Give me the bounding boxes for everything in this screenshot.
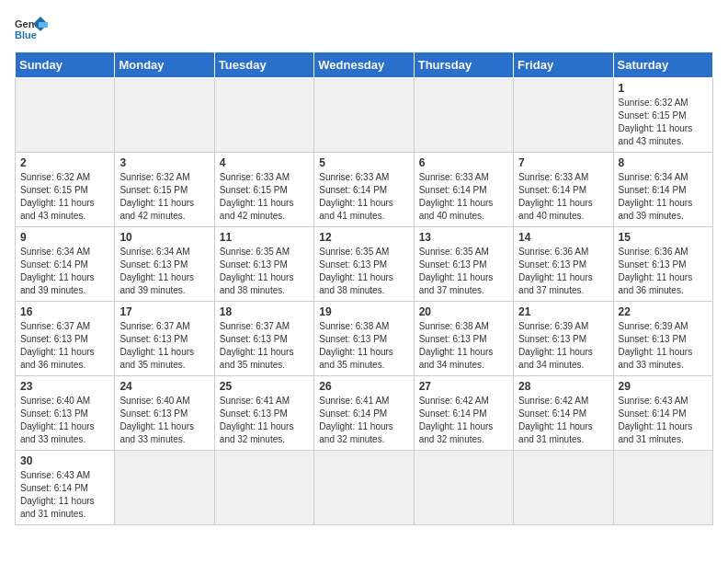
day-number: 23 xyxy=(20,380,109,393)
day-info: Sunrise: 6:34 AM Sunset: 6:14 PM Dayligh… xyxy=(20,246,109,297)
day-number: 15 xyxy=(619,231,708,244)
calendar-cell xyxy=(314,78,414,153)
day-number: 14 xyxy=(518,231,608,244)
day-info: Sunrise: 6:32 AM Sunset: 6:15 PM Dayligh… xyxy=(119,171,209,223)
day-info: Sunrise: 6:42 AM Sunset: 6:14 PM Dayligh… xyxy=(518,395,608,446)
col-header-wednesday: Wednesday xyxy=(314,52,414,78)
col-header-friday: Friday xyxy=(514,52,613,78)
calendar-cell: 30Sunrise: 6:43 AM Sunset: 6:14 PM Dayli… xyxy=(16,451,115,525)
day-number: 25 xyxy=(220,380,309,393)
col-header-tuesday: Tuesday xyxy=(214,52,313,78)
day-number: 17 xyxy=(119,305,209,318)
day-info: Sunrise: 6:33 AM Sunset: 6:14 PM Dayligh… xyxy=(518,171,608,223)
calendar-cell xyxy=(414,78,513,153)
day-number: 21 xyxy=(518,305,608,318)
day-info: Sunrise: 6:40 AM Sunset: 6:13 PM Dayligh… xyxy=(119,395,209,446)
day-info: Sunrise: 6:42 AM Sunset: 6:14 PM Dayligh… xyxy=(419,395,508,446)
day-number: 18 xyxy=(220,305,309,318)
day-info: Sunrise: 6:38 AM Sunset: 6:13 PM Dayligh… xyxy=(419,320,508,372)
calendar-cell: 8Sunrise: 6:34 AM Sunset: 6:14 PM Daylig… xyxy=(613,153,712,227)
day-info: Sunrise: 6:35 AM Sunset: 6:13 PM Dayligh… xyxy=(220,246,309,297)
calendar-cell: 23Sunrise: 6:40 AM Sunset: 6:13 PM Dayli… xyxy=(16,376,115,451)
calendar-cell: 11Sunrise: 6:35 AM Sunset: 6:13 PM Dayli… xyxy=(214,227,313,302)
day-number: 22 xyxy=(619,305,708,318)
day-info: Sunrise: 6:43 AM Sunset: 6:14 PM Dayligh… xyxy=(20,469,109,521)
day-info: Sunrise: 6:37 AM Sunset: 6:13 PM Dayligh… xyxy=(220,320,309,372)
calendar-cell: 7Sunrise: 6:33 AM Sunset: 6:14 PM Daylig… xyxy=(514,153,613,227)
day-info: Sunrise: 6:36 AM Sunset: 6:13 PM Dayligh… xyxy=(619,246,708,297)
calendar-cell: 27Sunrise: 6:42 AM Sunset: 6:14 PM Dayli… xyxy=(414,376,513,451)
day-info: Sunrise: 6:32 AM Sunset: 6:15 PM Dayligh… xyxy=(20,171,109,223)
page-header: General Blue xyxy=(15,15,713,42)
calendar-cell: 21Sunrise: 6:39 AM Sunset: 6:13 PM Dayli… xyxy=(514,302,613,376)
col-header-sunday: Sunday xyxy=(16,52,115,78)
col-header-thursday: Thursday xyxy=(414,52,513,78)
day-info: Sunrise: 6:40 AM Sunset: 6:13 PM Dayligh… xyxy=(20,395,109,446)
calendar-cell: 5Sunrise: 6:33 AM Sunset: 6:14 PM Daylig… xyxy=(314,153,414,227)
day-number: 13 xyxy=(419,231,508,244)
calendar-cell: 18Sunrise: 6:37 AM Sunset: 6:13 PM Dayli… xyxy=(214,302,313,376)
day-info: Sunrise: 6:37 AM Sunset: 6:13 PM Dayligh… xyxy=(20,320,109,372)
calendar-cell: 2Sunrise: 6:32 AM Sunset: 6:15 PM Daylig… xyxy=(16,153,115,227)
day-number: 9 xyxy=(20,231,109,244)
day-number: 12 xyxy=(319,231,408,244)
calendar-cell xyxy=(115,451,214,525)
calendar-cell: 25Sunrise: 6:41 AM Sunset: 6:13 PM Dayli… xyxy=(214,376,313,451)
calendar-cell xyxy=(214,78,313,153)
calendar-cell: 6Sunrise: 6:33 AM Sunset: 6:14 PM Daylig… xyxy=(414,153,513,227)
calendar-cell: 1Sunrise: 6:32 AM Sunset: 6:15 PM Daylig… xyxy=(613,78,712,153)
day-info: Sunrise: 6:33 AM Sunset: 6:15 PM Dayligh… xyxy=(220,171,309,223)
calendar-cell: 12Sunrise: 6:35 AM Sunset: 6:13 PM Dayli… xyxy=(314,227,414,302)
calendar-cell xyxy=(514,78,613,153)
day-info: Sunrise: 6:35 AM Sunset: 6:13 PM Dayligh… xyxy=(319,246,408,297)
day-number: 26 xyxy=(319,380,408,393)
calendar-cell: 28Sunrise: 6:42 AM Sunset: 6:14 PM Dayli… xyxy=(514,376,613,451)
day-info: Sunrise: 6:41 AM Sunset: 6:14 PM Dayligh… xyxy=(319,395,408,446)
day-info: Sunrise: 6:32 AM Sunset: 6:15 PM Dayligh… xyxy=(619,97,708,148)
day-info: Sunrise: 6:33 AM Sunset: 6:14 PM Dayligh… xyxy=(319,171,408,223)
col-header-monday: Monday xyxy=(115,52,214,78)
day-number: 8 xyxy=(619,156,708,169)
day-number: 16 xyxy=(20,305,109,318)
day-number: 24 xyxy=(119,380,209,393)
logo-icon: General Blue xyxy=(15,15,48,42)
calendar-cell: 26Sunrise: 6:41 AM Sunset: 6:14 PM Dayli… xyxy=(314,376,414,451)
calendar-cell xyxy=(115,78,214,153)
calendar-cell: 10Sunrise: 6:34 AM Sunset: 6:13 PM Dayli… xyxy=(115,227,214,302)
day-number: 28 xyxy=(518,380,608,393)
calendar-cell: 13Sunrise: 6:35 AM Sunset: 6:13 PM Dayli… xyxy=(414,227,513,302)
calendar-cell: 17Sunrise: 6:37 AM Sunset: 6:13 PM Dayli… xyxy=(115,302,214,376)
calendar-cell: 3Sunrise: 6:32 AM Sunset: 6:15 PM Daylig… xyxy=(115,153,214,227)
calendar-cell xyxy=(514,451,613,525)
day-info: Sunrise: 6:34 AM Sunset: 6:13 PM Dayligh… xyxy=(119,246,209,297)
logo: General Blue xyxy=(15,15,48,42)
day-number: 19 xyxy=(319,305,408,318)
day-number: 11 xyxy=(220,231,309,244)
day-info: Sunrise: 6:33 AM Sunset: 6:14 PM Dayligh… xyxy=(419,171,508,223)
day-number: 20 xyxy=(419,305,508,318)
calendar-cell: 22Sunrise: 6:39 AM Sunset: 6:13 PM Dayli… xyxy=(613,302,712,376)
calendar-cell: 20Sunrise: 6:38 AM Sunset: 6:13 PM Dayli… xyxy=(414,302,513,376)
day-number: 6 xyxy=(419,156,508,169)
day-number: 2 xyxy=(20,156,109,169)
calendar-table: SundayMondayTuesdayWednesdayThursdayFrid… xyxy=(15,52,713,525)
day-info: Sunrise: 6:41 AM Sunset: 6:13 PM Dayligh… xyxy=(220,395,309,446)
col-header-saturday: Saturday xyxy=(613,52,712,78)
day-info: Sunrise: 6:39 AM Sunset: 6:13 PM Dayligh… xyxy=(619,320,708,372)
calendar-cell: 4Sunrise: 6:33 AM Sunset: 6:15 PM Daylig… xyxy=(214,153,313,227)
day-number: 3 xyxy=(119,156,209,169)
calendar-cell: 24Sunrise: 6:40 AM Sunset: 6:13 PM Dayli… xyxy=(115,376,214,451)
calendar-cell: 9Sunrise: 6:34 AM Sunset: 6:14 PM Daylig… xyxy=(16,227,115,302)
calendar-cell: 15Sunrise: 6:36 AM Sunset: 6:13 PM Dayli… xyxy=(613,227,712,302)
calendar-cell: 29Sunrise: 6:43 AM Sunset: 6:14 PM Dayli… xyxy=(613,376,712,451)
day-number: 27 xyxy=(419,380,508,393)
day-number: 7 xyxy=(518,156,608,169)
day-number: 30 xyxy=(20,454,109,467)
day-info: Sunrise: 6:35 AM Sunset: 6:13 PM Dayligh… xyxy=(419,246,508,297)
calendar-cell xyxy=(214,451,313,525)
day-number: 29 xyxy=(619,380,708,393)
day-info: Sunrise: 6:43 AM Sunset: 6:14 PM Dayligh… xyxy=(619,395,708,446)
day-info: Sunrise: 6:39 AM Sunset: 6:13 PM Dayligh… xyxy=(518,320,608,372)
calendar-cell xyxy=(414,451,513,525)
day-number: 4 xyxy=(220,156,309,169)
